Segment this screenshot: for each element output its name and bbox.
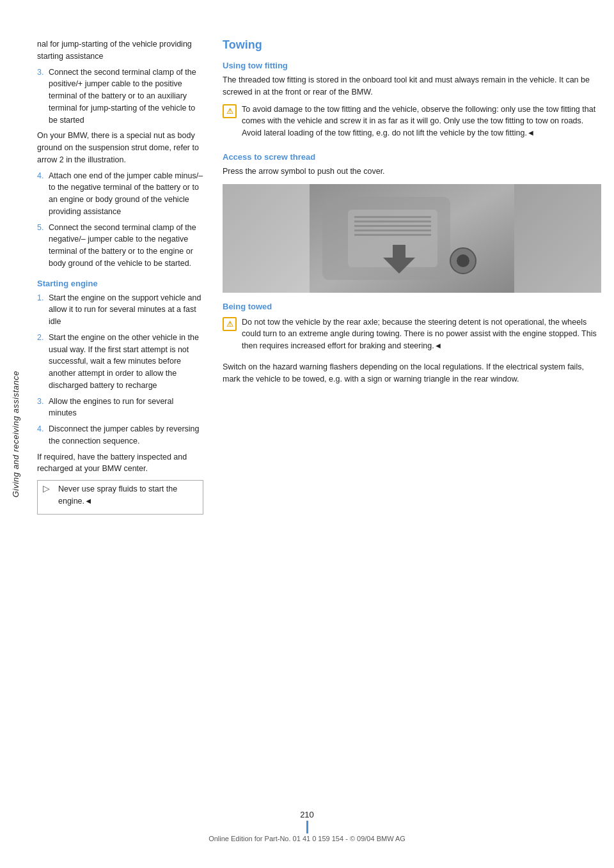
step-text: Allow the engines to run for several min… (49, 396, 203, 420)
steps-part2: 4. Attach one end of the jumper cable mi… (37, 170, 203, 270)
page-container: Giving and receiving assistance nal for … (0, 0, 614, 868)
tow-fitting-image (223, 184, 601, 293)
image-inner (223, 184, 601, 293)
step-num: 3. (37, 66, 49, 127)
left-column: nal for jump-starting of the vehicle pro… (37, 38, 216, 817)
step-num: 3. (37, 396, 49, 420)
intro-text: nal for jump-starting of the vehicle pro… (37, 38, 203, 63)
list-item: 3. Allow the engines to run for several … (37, 396, 203, 420)
main-content: nal for jump-starting of the vehicle pro… (31, 0, 614, 868)
being-towed-text2: Switch on the hazard warning flashers de… (223, 361, 601, 385)
step-num: 4. (37, 423, 49, 447)
being-towed-warning-text: Do not tow the vehicle by the rear axle;… (242, 316, 601, 352)
list-item: 3. Connect the second terminal clamp of … (37, 66, 203, 127)
svg-rect-3 (354, 216, 431, 218)
warning-icon-2: ⚠ (223, 317, 237, 331)
tow-fitting-text1: The threaded tow fitting is stored in th… (223, 74, 601, 98)
car-image-svg (223, 184, 601, 293)
svg-rect-6 (354, 229, 431, 231)
step-text: Start the engine on the support vehicle … (49, 292, 203, 328)
warning-text: To avoid damage to the tow fitting and t… (242, 104, 601, 139)
step-text: Attach one end of the jumper cable minus… (49, 170, 203, 218)
step-num: 4. (37, 170, 49, 218)
sidebar: Giving and receiving assistance (0, 0, 31, 868)
access-screw-header: Access to screw thread (223, 152, 601, 162)
list-item: 1. Start the engine on the support vehic… (37, 292, 203, 328)
list-item: 5. Connect the second terminal clamp of … (37, 222, 203, 270)
battery-text: If required, have the battery inspected … (37, 451, 203, 476)
access-screw-text: Press the arrow symbol to push out the c… (223, 166, 601, 178)
note-icon: ▷ (43, 483, 53, 493)
step-num: 2. (37, 332, 49, 392)
steps-part1: 3. Connect the second terminal clamp of … (37, 66, 203, 127)
list-item: 2. Start the engine on the other vehicle… (37, 332, 203, 392)
step-num: 5. (37, 222, 49, 270)
step-text: Start the engine on the other vehicle in… (49, 332, 203, 392)
towing-title: Towing (223, 38, 601, 52)
footer-text: Online Edition for Part-No. 01 41 0 159 … (209, 835, 405, 842)
svg-point-10 (457, 254, 469, 267)
tow-fitting-warning: ⚠ To avoid damage to the tow fitting and… (223, 104, 601, 143)
step-text: Connect the second terminal clamp of the… (49, 66, 203, 127)
footer: 210 Online Edition for Part-No. 01 41 0 … (0, 810, 614, 842)
note-text: Never use spray fluids to start the engi… (58, 483, 198, 508)
being-towed-warning: ⚠ Do not tow the vehicle by the rear axl… (223, 316, 601, 356)
page-number: 210 (300, 810, 314, 819)
being-towed-header: Being towed (223, 302, 601, 311)
starting-engine-steps: 1. Start the engine on the support vehic… (37, 292, 203, 447)
step-num: 1. (37, 292, 49, 328)
svg-rect-4 (354, 221, 431, 222)
right-column: Towing Using tow fitting The threaded to… (216, 38, 601, 817)
step-text: Connect the second terminal clamp of the… (49, 222, 203, 270)
using-tow-fitting-header: Using tow fitting (223, 61, 601, 70)
note-box: ▷ Never use spray fluids to start the en… (37, 480, 203, 515)
body-ground-text: On your BMW, there is a special nut as b… (37, 130, 203, 166)
list-item: 4. Disconnect the jumper cables by rever… (37, 423, 203, 447)
svg-rect-7 (354, 234, 431, 236)
footer-divider (306, 821, 308, 833)
warning-icon: ⚠ (223, 104, 237, 118)
svg-rect-5 (354, 225, 431, 227)
sidebar-label: Giving and receiving assistance (11, 371, 20, 497)
starting-engine-header: Starting engine (37, 279, 203, 288)
list-item: 4. Attach one end of the jumper cable mi… (37, 170, 203, 218)
step-text: Disconnect the jumper cables by reversin… (49, 423, 203, 447)
